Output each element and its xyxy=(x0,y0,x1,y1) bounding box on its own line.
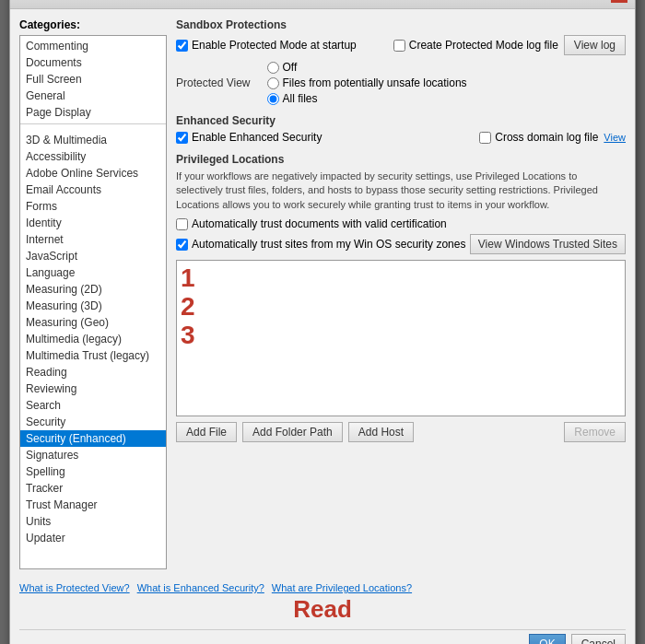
cat-item-updater[interactable]: Updater xyxy=(20,530,166,546)
view-windows-trusted-button[interactable]: View Windows Trusted Sites xyxy=(470,234,626,254)
cat-item-pagedisplay[interactable]: Page Display xyxy=(20,104,166,121)
cat-item-measuring3d[interactable]: Measuring (3D) xyxy=(20,298,166,314)
auto-trust-sites-label[interactable]: Automatically trust sites from my Win OS… xyxy=(176,238,465,251)
number-2: 2 xyxy=(181,293,621,322)
auto-trust-checkbox[interactable] xyxy=(176,218,188,230)
cat-item-trust-manager[interactable]: Trust Manager xyxy=(20,497,166,513)
cancel-button[interactable]: Cancel xyxy=(571,634,626,644)
help-links: What is Protected View? What is Enhanced… xyxy=(19,582,626,593)
cat-item-measuring2d[interactable]: Measuring (2D) xyxy=(20,281,166,298)
cat-item-multimedia-legacy[interactable]: Multimedia (legacy) xyxy=(20,331,166,347)
radio-unsafe[interactable] xyxy=(267,77,279,89)
enable-protected-mode-checkbox[interactable] xyxy=(176,40,188,52)
categories-list: Commenting Documents Full Screen General… xyxy=(19,35,167,569)
cat-item-reading[interactable]: Reading xyxy=(20,364,166,381)
enable-enhanced-label[interactable]: Enable Enhanced Security xyxy=(176,131,322,144)
cat-item-commenting[interactable]: Commenting xyxy=(20,38,166,54)
radio-off-label[interactable]: Off xyxy=(267,61,467,74)
cross-domain-label[interactable]: Cross domain log file xyxy=(479,131,598,144)
cat-item-tracker[interactable]: Tracker xyxy=(20,480,166,497)
title-bar: Preferences TweakHound.com ✕ xyxy=(10,0,635,9)
radio-off[interactable] xyxy=(267,62,279,74)
enable-enhanced-checkbox[interactable] xyxy=(176,132,188,144)
cat-item-signatures[interactable]: Signatures xyxy=(20,447,166,463)
cat-item-3d[interactable]: 3D & Multimedia xyxy=(20,132,166,148)
auto-trust-label[interactable]: Automatically trust documents with valid… xyxy=(176,217,626,230)
view-cross-domain-link[interactable]: View xyxy=(604,132,626,143)
privileged-title: Privileged Locations xyxy=(176,153,626,166)
cat-item-spelling[interactable]: Spelling xyxy=(20,463,166,480)
ok-button[interactable]: OK xyxy=(529,634,565,644)
read-annotation: Read xyxy=(19,595,626,624)
cat-item-reviewing[interactable]: Reviewing xyxy=(20,381,166,397)
add-remove-buttons: Add File Add Folder Path Add Host Remove xyxy=(176,422,626,442)
main-panel: Sandbox Protections Enable Protected Mod… xyxy=(176,18,626,569)
cat-item-adobe-online[interactable]: Adobe Online Services xyxy=(20,165,166,181)
cat-item-language[interactable]: Language xyxy=(20,264,166,281)
categories-panel: Categories: Commenting Documents Full Sc… xyxy=(19,18,167,569)
cat-item-forms[interactable]: Forms xyxy=(20,198,166,215)
cat-item-email[interactable]: Email Accounts xyxy=(20,181,166,198)
brand-text: TweakHound.com xyxy=(494,0,604,2)
auto-trust-sites-row: Automatically trust sites from my Win OS… xyxy=(176,234,626,254)
protected-view-link[interactable]: What is Protected View? xyxy=(19,582,130,593)
cat-item-general[interactable]: General xyxy=(20,88,166,104)
privileged-locations-section: Privileged Locations If your workflows a… xyxy=(176,153,626,569)
preferences-dialog: Preferences TweakHound.com ✕ Categories:… xyxy=(9,0,636,644)
cat-item-multimedia-trust[interactable]: Multimedia Trust (legacy) xyxy=(20,347,166,364)
cat-item-accessibility[interactable]: Accessibility xyxy=(20,148,166,165)
cat-item-fullscreen[interactable]: Full Screen xyxy=(20,71,166,88)
ok-cancel-row: OK Cancel xyxy=(19,629,626,644)
sandbox-title: Sandbox Protections xyxy=(176,18,626,31)
cat-item-javascript[interactable]: JavaScript xyxy=(20,248,166,264)
cat-item-identity[interactable]: Identity xyxy=(20,215,166,231)
enhanced-security-title: Enhanced Security xyxy=(176,114,626,127)
dialog-body: Categories: Commenting Documents Full Sc… xyxy=(10,9,635,579)
privileged-description: If your workflows are negatively impacte… xyxy=(176,170,626,212)
cat-item-internet[interactable]: Internet xyxy=(20,231,166,248)
dialog-title: Preferences xyxy=(91,0,494,2)
radio-unsafe-label[interactable]: Files from potentially unsafe locations xyxy=(267,76,467,89)
add-file-button[interactable]: Add File xyxy=(176,422,237,442)
number-1: 1 xyxy=(181,264,621,293)
cross-domain-checkbox[interactable] xyxy=(479,132,491,144)
close-button[interactable]: ✕ xyxy=(611,0,627,3)
dialog-footer: What is Protected View? What is Enhanced… xyxy=(10,582,635,644)
radio-all-label[interactable]: All files xyxy=(267,92,467,105)
add-folder-button[interactable]: Add Folder Path xyxy=(242,422,343,442)
auto-trust-sites-checkbox[interactable] xyxy=(176,239,188,251)
cat-item-security-enhanced[interactable]: Security (Enhanced) xyxy=(20,430,166,447)
protected-view-label: Protected View xyxy=(176,76,251,89)
enable-protected-mode-label[interactable]: Enable Protected Mode at startup xyxy=(176,39,357,52)
cat-item-units[interactable]: Units xyxy=(20,513,166,530)
privileged-list-box: 1 2 3 xyxy=(176,260,626,416)
enhanced-security-section: Enhanced Security Enable Enhanced Securi… xyxy=(176,114,626,144)
create-log-label[interactable]: Create Protected Mode log file xyxy=(393,39,558,52)
add-host-button[interactable]: Add Host xyxy=(348,422,414,442)
cat-item-measuringgeo[interactable]: Measuring (Geo) xyxy=(20,314,166,331)
protected-view-radios: Off Files from potentially unsafe locati… xyxy=(267,61,467,105)
protected-view-row: Protected View Off Files from potentiall… xyxy=(176,61,626,105)
cat-item-documents[interactable]: Documents xyxy=(20,54,166,71)
number-3: 3 xyxy=(181,322,621,350)
sandbox-row1: Enable Protected Mode at startup Create … xyxy=(176,35,626,55)
view-log-button[interactable]: View log xyxy=(564,35,626,55)
enhanced-security-row: Enable Enhanced Security Cross domain lo… xyxy=(176,131,626,144)
radio-all[interactable] xyxy=(267,93,279,105)
privileged-locations-link[interactable]: What are Privileged Locations? xyxy=(272,582,412,593)
cat-item-security[interactable]: Security xyxy=(20,414,166,430)
categories-label: Categories: xyxy=(19,18,167,31)
create-log-checkbox[interactable] xyxy=(393,40,405,52)
remove-button[interactable]: Remove xyxy=(564,422,626,442)
cat-item-search[interactable]: Search xyxy=(20,397,166,414)
enhanced-security-link[interactable]: What is Enhanced Security? xyxy=(137,582,264,593)
sandbox-section: Sandbox Protections Enable Protected Mod… xyxy=(176,18,626,105)
